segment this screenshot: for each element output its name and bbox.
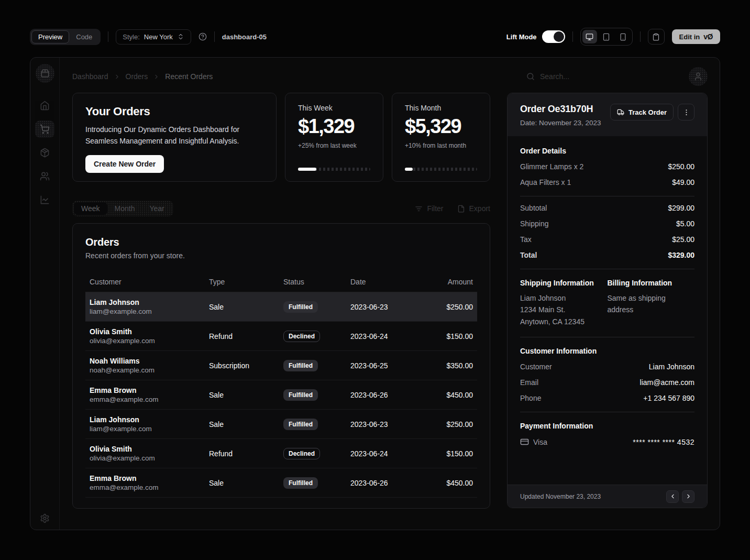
breadcrumb-dashboard[interactable]: Dashboard	[72, 72, 108, 81]
customer-info-list: Customer Liam Johnson Email liam@acme.co…	[520, 363, 694, 402]
filter-button[interactable]: Filter	[415, 204, 443, 213]
totals-label: Tax	[520, 235, 532, 244]
code-tab[interactable]: Code	[69, 30, 99, 43]
order-totals-list: Subtotal $299.00 Shipping $5.00 Tax	[520, 204, 694, 259]
next-order-button[interactable]	[682, 490, 694, 503]
tab-month[interactable]: Month	[107, 202, 142, 215]
column-type: Type	[205, 278, 279, 286]
table-toolbar: Week Month Year Filter Export	[72, 201, 490, 216]
sidebar-item-settings[interactable]	[40, 513, 50, 523]
customer-email: olivia@example.com	[90, 337, 201, 345]
orders-card-title: Orders	[85, 236, 477, 248]
stat-label: This Week	[298, 104, 370, 112]
order-type: Sale	[205, 303, 279, 311]
order-id-title: Order Oe31b70H	[520, 104, 601, 115]
progress-bar	[405, 168, 477, 171]
table-row[interactable]: Noah Williams noah@example.com Subscript…	[85, 351, 477, 380]
avatar[interactable]	[689, 67, 708, 86]
breadcrumb-orders[interactable]: Orders	[126, 72, 148, 81]
order-item: Aqua Filters x 1 $49.00	[520, 178, 694, 186]
stat-label: This Month	[405, 104, 477, 112]
address-line: Liam Johnson	[520, 292, 608, 304]
order-amount: $150.00	[414, 332, 477, 341]
monitor-icon[interactable]	[582, 30, 597, 43]
help-icon[interactable]	[198, 32, 207, 41]
orders-card: Orders Recent orders from your store. Cu…	[72, 223, 490, 509]
lift-mode-toggle[interactable]	[542, 30, 565, 43]
order-item: Glimmer Lamps x 2 $250.00	[520, 162, 694, 171]
column-status: Status	[279, 278, 346, 286]
export-button[interactable]: Export	[457, 204, 490, 213]
customer-info-title: Customer Information	[520, 347, 694, 355]
track-order-button[interactable]: Track Order	[610, 104, 674, 120]
order-type: Sale	[205, 479, 279, 487]
chevron-right-icon	[685, 493, 692, 500]
sidebar-item-orders[interactable]	[35, 120, 54, 138]
chevron-left-icon	[669, 493, 676, 500]
info-label: Phone	[520, 394, 541, 402]
order-amount: $250.00	[414, 303, 477, 311]
credit-card-icon	[520, 437, 529, 446]
export-label: Export	[469, 204, 490, 213]
order-date: 2023-06-24	[346, 332, 414, 341]
divider	[520, 412, 694, 412]
table-row[interactable]: Emma Brown emma@example.com Sale Fulfill…	[85, 468, 477, 498]
table-row[interactable]: Olivia Smith olivia@example.com Refund D…	[85, 322, 477, 351]
sidebar	[30, 58, 60, 530]
item-price: $250.00	[668, 162, 694, 171]
customer-email: noah@example.com	[90, 366, 201, 374]
column-amount: Amount	[414, 278, 477, 286]
divider	[520, 196, 694, 196]
table-row[interactable]: Liam Johnson liam@example.com Sale Fulfi…	[85, 292, 477, 322]
intro-card-description: Introducing Our Dynamic Orders Dashboard…	[85, 124, 248, 147]
sidebar-item-analytics[interactable]	[40, 195, 50, 205]
order-amount: $250.00	[414, 420, 477, 429]
tab-year[interactable]: Year	[142, 202, 171, 215]
orders-card-subtitle: Recent orders from your store.	[85, 251, 477, 260]
preview-tab[interactable]: Preview	[31, 30, 69, 43]
sidebar-item-products[interactable]	[40, 148, 50, 158]
order-detail-panel: Order Oe31b70H Date: November 23, 2023 T…	[507, 93, 708, 508]
shipping-info: Shipping Information Liam Johnson1234 Ma…	[520, 279, 608, 327]
divider	[640, 31, 641, 42]
prev-order-button[interactable]	[666, 490, 679, 503]
shipping-info-title: Shipping Information	[520, 279, 608, 287]
smartphone-icon[interactable]	[616, 30, 631, 43]
customer-name: Noah Williams	[90, 357, 201, 365]
lift-mode-label: Lift Mode	[506, 33, 537, 41]
order-type: Sale	[205, 420, 279, 429]
file-icon	[457, 205, 465, 213]
tab-week[interactable]: Week	[74, 202, 107, 215]
info-value: +1 234 567 890	[643, 394, 694, 402]
customer-email: emma@example.com	[90, 396, 201, 403]
chevron-right-icon	[114, 73, 120, 80]
customer-email: emma@example.com	[90, 484, 201, 491]
customer-info-row: Customer Liam Johnson	[520, 363, 694, 371]
order-amount: $450.00	[414, 391, 477, 399]
table-row[interactable]: Emma Brown emma@example.com Sale Fulfill…	[85, 380, 477, 410]
style-select[interactable]: Style: New York	[116, 29, 191, 45]
order-amount: $450.00	[414, 479, 477, 487]
users-icon	[40, 171, 50, 181]
edit-in-label: Edit in	[679, 33, 700, 41]
table-row[interactable]: Olivia Smith olivia@example.com Refund D…	[85, 439, 477, 468]
create-new-order-button[interactable]: Create New Order	[85, 155, 164, 173]
search-input[interactable]	[540, 72, 666, 81]
sidebar-item-home[interactable]	[40, 101, 50, 111]
order-type: Subscription	[205, 361, 279, 370]
clipboard-icon[interactable]	[648, 29, 665, 45]
card-number: **** **** **** 4532	[633, 438, 694, 446]
top-toolbar: Preview Code Style: New York dashboard-0…	[30, 28, 720, 45]
sidebar-item-customers[interactable]	[40, 171, 50, 181]
divider	[520, 337, 694, 337]
totals-label: Total	[520, 251, 537, 259]
billing-info-title: Billing Information	[608, 279, 695, 287]
table-row[interactable]: Liam Johnson liam@example.com Sale Fulfi…	[85, 410, 477, 439]
edit-in-v0-button[interactable]: Edit in vØ	[672, 29, 720, 44]
stat-delta: +10% from last month	[405, 142, 477, 149]
search-box[interactable]	[526, 72, 683, 81]
more-menu-button[interactable]	[678, 104, 694, 120]
tablet-icon[interactable]	[599, 30, 614, 43]
package2-logo-icon[interactable]	[36, 64, 54, 83]
divider	[520, 269, 694, 269]
